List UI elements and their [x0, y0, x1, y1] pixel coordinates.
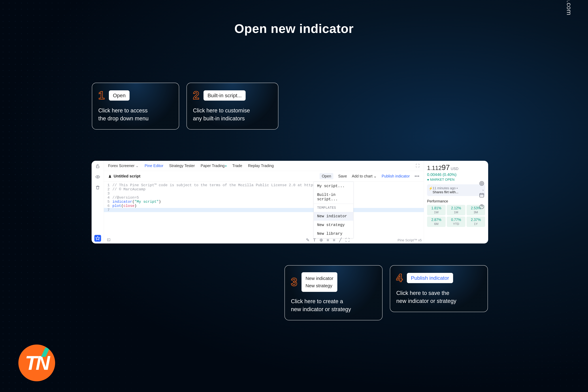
perf-1y[interactable]: 2.37%1Y — [466, 216, 485, 227]
step-3-new-strategy[interactable]: New strategy — [306, 282, 333, 290]
price-change: 0.00446 (0.40%) — [427, 172, 485, 177]
step-3-new-indicator[interactable]: New indicator — [306, 275, 333, 282]
text-icon[interactable]: T — [313, 238, 316, 242]
settings-sliders-icon[interactable]: ≡ — [326, 238, 329, 242]
step-4-publish-button[interactable]: Publish indicator — [407, 273, 453, 283]
price-value: 1.11297USD — [427, 163, 485, 172]
tab-forex-screener[interactable]: Forex Screener ⌄ — [108, 164, 139, 168]
lightning-icon: ⚡ — [428, 186, 433, 190]
more-icon[interactable]: ••• — [415, 174, 420, 178]
dropdown-my-script[interactable]: My script... — [314, 182, 353, 190]
open-dropdown: My script... Built-in script... TEMPLATE… — [314, 182, 354, 238]
step-3-number: 3 — [291, 276, 297, 288]
step-1-desc: Click here to accessthe drop down menu — [98, 106, 173, 122]
script-title: Untitled script — [108, 174, 140, 178]
step-4-desc: Click here to save thenew indicator or s… — [396, 289, 482, 305]
tab-pine-editor[interactable]: Pine Editor — [144, 164, 163, 168]
dropdown-templates-header: TEMPLATES — [314, 204, 353, 212]
settings-sliders-icon-2[interactable]: ≡ — [333, 238, 335, 242]
editor-main: Forex Screener ⌄ Pine Editor Strategy Te… — [104, 161, 424, 244]
pine-logo-icon — [108, 174, 112, 178]
step-2-builtin-button[interactable]: Built-in script... — [204, 90, 246, 100]
perf-ytd[interactable]: 0.77%YTD — [447, 216, 465, 227]
news-card[interactable]: ⚡ 11 minutes ago • Shares flirt with... … — [427, 184, 485, 196]
step-1-open-button[interactable]: Open — [109, 90, 130, 100]
line-icon[interactable]: ╱ — [339, 238, 342, 242]
perf-1m[interactable]: 2.12%1M — [447, 205, 465, 215]
action-save[interactable]: Save — [338, 174, 347, 178]
expand-icon[interactable]: ⛶ — [416, 164, 420, 168]
crop-icon[interactable]: ⛶ — [345, 238, 350, 242]
tab-replay-trading[interactable]: Replay Trading — [248, 164, 274, 168]
dropdown-new-indicator[interactable]: New indicator — [314, 212, 353, 221]
pencil-icon[interactable]: ✎ — [306, 238, 310, 242]
perf-6m[interactable]: 2.87%6M — [427, 216, 446, 227]
right-info-panel: 1.11297USD 0.00446 (0.40%) ● MARKET OPEN… — [424, 161, 488, 244]
version-label: Pine Script™ v5 — [398, 238, 422, 242]
market-open-status: ● MARKET OPEN — [427, 178, 485, 182]
tab-paper-trading[interactable]: Paper Trading — [200, 164, 226, 168]
watermark-url: tradenation.com — [565, 0, 573, 15]
tab-trade[interactable]: Trade — [232, 164, 242, 168]
star-button[interactable] — [94, 235, 101, 242]
left-toolbar — [92, 161, 104, 244]
trash-icon[interactable] — [96, 185, 100, 190]
dropdown-new-strategy[interactable]: New strategy — [314, 221, 353, 230]
code-area[interactable]: 1// This Pine Script™ code is subject to… — [104, 182, 424, 214]
chevron-down-icon: ⌄ — [374, 174, 377, 178]
performance-label: Performance — [427, 199, 485, 203]
eye-icon[interactable] — [96, 174, 100, 179]
step-3-card: 3 New indicator New strategy Click here … — [284, 265, 382, 320]
help-icon[interactable] — [479, 204, 484, 210]
step-2-desc: Click here to customiseany built-in indi… — [193, 106, 272, 122]
page-title: Open new indicator — [234, 22, 354, 36]
perf-1w[interactable]: 1.81%1W — [427, 205, 446, 215]
action-open[interactable]: Open — [320, 173, 333, 179]
lock-icon[interactable] — [96, 164, 100, 168]
step-3-menu: New indicator New strategy — [302, 272, 337, 292]
tradenation-logo: TN — [18, 344, 55, 381]
step-4-number: 4 — [396, 272, 402, 284]
dropdown-builtin-script[interactable]: Built-in script... — [314, 190, 353, 204]
svg-rect-3 — [107, 238, 110, 241]
bottom-tool-row: ✎ T ⊕ ≡ ≡ ╱ ⛶ — [306, 238, 350, 242]
pine-editor-panel: Forex Screener ⌄ Pine Editor Strategy Te… — [92, 161, 488, 244]
step-1-number: 1 — [98, 90, 104, 101]
svg-rect-0 — [96, 166, 99, 168]
editor-tabs: Forex Screener ⌄ Pine Editor Strategy Te… — [104, 161, 424, 171]
terminal-icon[interactable] — [107, 238, 110, 242]
step-4-card: 4 Publish indicator Click here to save t… — [390, 265, 488, 312]
calendar-icon[interactable] — [479, 192, 484, 198]
performance-grid: 1.81%1W 2.12%1M 2.53%3M 2.87%6M 0.77%YTD… — [427, 205, 485, 227]
step-1-card: 1 Open Click here to accessthe drop down… — [92, 83, 179, 130]
script-bar: Untitled script Open Save Add to chart ⌄… — [104, 171, 424, 182]
svg-marker-2 — [96, 236, 100, 240]
zoom-icon[interactable]: ⊕ — [320, 238, 323, 242]
svg-rect-7 — [480, 194, 484, 197]
tab-strategy-tester[interactable]: Strategy Tester — [169, 164, 195, 168]
action-publish-indicator[interactable]: Publish indicator — [382, 174, 410, 178]
dropdown-new-library[interactable]: New library — [314, 230, 353, 238]
step-3-desc: Click here to create anew indicator or s… — [291, 297, 376, 313]
step-2-card: 2 Built-in script... Click here to custo… — [186, 83, 278, 130]
right-edge-icons — [479, 181, 484, 210]
svg-point-1 — [97, 176, 98, 178]
action-add-to-chart[interactable]: Add to chart ⌄ — [352, 174, 377, 178]
svg-point-6 — [482, 183, 482, 184]
step-2-number: 2 — [193, 90, 199, 101]
target-icon[interactable] — [479, 181, 484, 186]
